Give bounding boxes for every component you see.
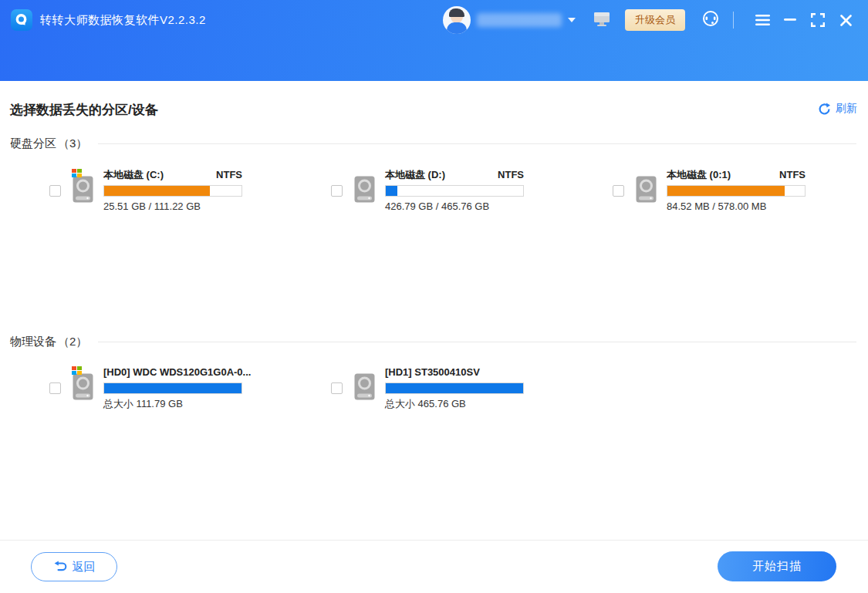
section-divider-line: [98, 342, 856, 342]
device-card-hd1[interactable]: [HD1] ST3500410SV 总大小 465.76 GB: [331, 367, 613, 409]
section-header-partitions: 硬盘分区 （3）: [10, 136, 856, 151]
disk-filesystem: NTFS: [216, 170, 242, 180]
device-card-hd0[interactable]: [HD0] WDC WDS120G1G0A-0... 总大小 111.79 GB: [49, 367, 331, 409]
disk-filesystem: NTFS: [498, 170, 524, 180]
devices-row: [HD0] WDC WDS120G1G0A-0... 总大小 111.79 GB…: [49, 367, 613, 409]
device-checkbox[interactable]: [331, 382, 343, 394]
usage-bar-fill: [386, 383, 523, 393]
user-avatar[interactable]: [443, 6, 471, 34]
back-label: 返回: [73, 560, 96, 574]
partition-card-c[interactable]: 本地磁盘 (C:) NTFS 25.51 GB / 111.22 GB: [49, 170, 331, 212]
device-checkbox[interactable]: [49, 382, 61, 394]
usage-bar-fill: [104, 383, 241, 393]
titlebar-divider: [733, 12, 734, 29]
windows-logo-icon: [72, 366, 82, 376]
back-button[interactable]: 返回: [31, 552, 117, 581]
partition-checkbox[interactable]: [613, 185, 624, 197]
usage-bar: [103, 382, 242, 394]
titlebar: 转转大师数据恢复软件V2.2.3.2 升级会员: [0, 0, 868, 81]
section-count: （3）: [58, 136, 87, 151]
upgrade-member-button[interactable]: 升级会员: [625, 9, 685, 31]
section-count: （2）: [58, 335, 87, 349]
partition-checkbox[interactable]: [331, 185, 343, 197]
refresh-label: 刷新: [836, 102, 857, 116]
partition-card-01[interactable]: 本地磁盘 (0:1) NTFS 84.52 MB / 578.00 MB: [613, 170, 868, 212]
section-divider-line: [98, 143, 856, 144]
refresh-icon: [818, 103, 831, 116]
usage-bar-fill: [386, 186, 397, 196]
disk-info: [HD1] ST3500410SV 总大小 465.76 GB: [385, 367, 524, 409]
app-title: 转转大师数据恢复软件V2.2.3.2: [40, 13, 206, 28]
app-logo-icon: [11, 9, 32, 31]
usage-bar-fill: [667, 186, 785, 196]
hard-drive-icon: [354, 373, 375, 403]
partition-card-d[interactable]: 本地磁盘 (D:) NTFS 426.79 GB / 465.76 GB: [331, 170, 613, 212]
usage-bar: [385, 185, 524, 197]
usage-bar: [103, 185, 242, 197]
hard-drive-icon: [636, 176, 657, 206]
refresh-button[interactable]: 刷新: [818, 102, 857, 116]
titlebar-row: 转转大师数据恢复软件V2.2.3.2 升级会员: [0, 0, 868, 40]
disk-size: 25.51 GB / 111.22 GB: [103, 200, 242, 212]
minimize-button[interactable]: [778, 8, 802, 32]
monitor-icon[interactable]: [593, 10, 611, 30]
back-arrow-icon: [53, 561, 67, 573]
usage-bar: [385, 382, 524, 394]
chevron-down-icon[interactable]: [568, 18, 576, 22]
usage-bar-fill: [104, 186, 210, 196]
titlebar-right: 升级会员: [443, 6, 857, 34]
windows-logo-icon: [72, 169, 82, 178]
start-scan-button[interactable]: 开始扫描: [718, 551, 836, 581]
hard-drive-icon: [73, 176, 93, 206]
avatar-body: [447, 22, 467, 34]
footer-bar: 返回 开始扫描: [0, 540, 868, 593]
device-name: [HD1] ST3500410SV: [385, 367, 480, 378]
section-header-devices: 物理设备 （2）: [10, 335, 856, 349]
username-blurred: [477, 13, 562, 27]
avatar-hair: [449, 8, 464, 17]
page-title: 选择数据丢失的分区/设备: [10, 101, 158, 119]
maximize-button[interactable]: [806, 8, 829, 32]
device-name: [HD0] WDC WDS120G1G0A-0...: [103, 367, 251, 378]
disk-size: 84.52 MB / 578.00 MB: [667, 200, 806, 212]
section-label: 硬盘分区: [10, 136, 56, 151]
usage-bar: [667, 185, 806, 197]
disk-info: 本地磁盘 (D:) NTFS 426.79 GB / 465.76 GB: [385, 170, 524, 212]
section-label: 物理设备: [10, 335, 56, 349]
disk-info: 本地磁盘 (C:) NTFS 25.51 GB / 111.22 GB: [103, 170, 242, 212]
device-size: 总大小 465.76 GB: [385, 398, 524, 409]
partition-checkbox[interactable]: [49, 185, 61, 197]
partitions-row: 本地磁盘 (C:) NTFS 25.51 GB / 111.22 GB 本地磁盘…: [49, 170, 868, 212]
disk-name: 本地磁盘 (C:): [103, 170, 164, 180]
customer-service-icon[interactable]: [701, 8, 721, 32]
hard-drive-icon: [73, 373, 93, 403]
disk-name: 本地磁盘 (0:1): [667, 170, 731, 180]
disk-size: 426.79 GB / 465.76 GB: [385, 200, 524, 212]
disk-name: 本地磁盘 (D:): [385, 170, 445, 180]
menu-button[interactable]: [751, 8, 774, 32]
device-size: 总大小 111.79 GB: [103, 398, 242, 409]
disk-info: 本地磁盘 (0:1) NTFS 84.52 MB / 578.00 MB: [667, 170, 806, 212]
disk-filesystem: NTFS: [779, 170, 806, 180]
disk-info: [HD0] WDC WDS120G1G0A-0... 总大小 111.79 GB: [103, 367, 242, 409]
close-button[interactable]: [834, 8, 857, 32]
hard-drive-icon: [354, 176, 375, 206]
